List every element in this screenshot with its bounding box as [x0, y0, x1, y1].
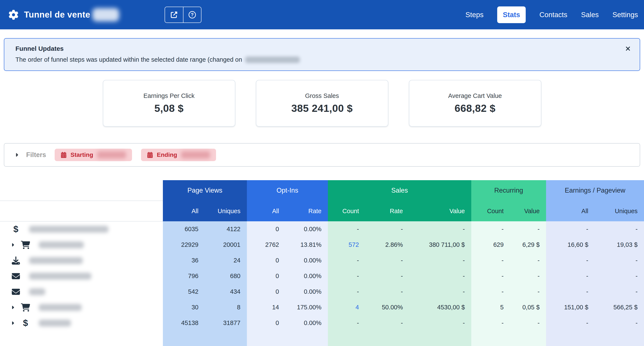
caret-right-icon[interactable] [11, 242, 14, 248]
cell: 0,05 $ [510, 300, 546, 315]
cell: - [595, 221, 644, 237]
col-recurring-count: Count [471, 201, 510, 221]
dollar-icon: $ [21, 318, 30, 328]
stat-label: Earnings Per Click [143, 92, 194, 100]
cell: 13.81% [286, 237, 328, 252]
funnel-step-label [0, 256, 156, 264]
starting-date-filter[interactable]: Starting [55, 149, 132, 161]
cell: - [546, 252, 595, 268]
cell: - [595, 268, 644, 284]
cell: - [510, 268, 546, 284]
sales-count-link[interactable]: 4 [328, 300, 366, 315]
cell: - [366, 315, 409, 331]
col-sales-rate: Rate [366, 201, 409, 221]
cell: 566,25 $ [595, 300, 644, 315]
tab-steps[interactable]: Steps [466, 11, 484, 19]
close-icon [625, 46, 631, 52]
tab-settings[interactable]: Settings [612, 11, 638, 19]
cell: - [595, 315, 644, 331]
cell: 6,29 $ [510, 237, 546, 252]
cell: 14 [247, 300, 286, 315]
cell: - [328, 252, 366, 268]
col-optins-all: All [247, 201, 286, 221]
alert-message: The order of funnel steps was updated wi… [16, 56, 620, 63]
alert-title: Funnel Updates [16, 45, 620, 52]
redacted-step-name [29, 288, 45, 295]
redacted-step-name [29, 257, 83, 264]
cell: 2762 [247, 237, 286, 252]
row-label-subheader [0, 201, 163, 221]
open-funnel-button[interactable] [165, 7, 183, 22]
col-earnings-all: All [546, 201, 595, 221]
col-sales-count: Count [328, 201, 366, 221]
alert-close-button[interactable] [624, 44, 632, 53]
tab-contacts[interactable]: Contacts [540, 11, 567, 19]
caret-right-icon[interactable] [11, 305, 14, 310]
nav-tabs: Steps Stats Contacts Sales Settings [466, 6, 638, 23]
cell: 20001 [205, 237, 247, 252]
cell: - [471, 284, 510, 300]
col-pageviews-uniques: Uniques [205, 201, 247, 221]
row-label-header [0, 180, 163, 201]
cell: 5 [471, 300, 510, 315]
envelope-icon [11, 288, 20, 296]
cell: - [546, 284, 595, 300]
tab-sales[interactable]: Sales [581, 11, 599, 19]
col-recurring-value: Value [510, 201, 546, 221]
cell: - [409, 268, 471, 284]
cell: 629 [471, 237, 510, 252]
stat-value: 668,82 $ [454, 102, 496, 114]
cell: 0 [247, 284, 286, 300]
cell: 2.86% [366, 237, 409, 252]
cell: 0 [247, 268, 286, 284]
cell: - [328, 221, 366, 237]
stat-label: Gross Sales [305, 92, 339, 100]
stat-value: 5,08 $ [154, 102, 184, 114]
col-earnings-uniques: Uniques [595, 201, 644, 221]
cell: 0.00% [286, 268, 328, 284]
help-button[interactable]: ? [183, 7, 201, 22]
cell: 30 [163, 300, 205, 315]
calendar-icon [147, 152, 153, 158]
funnel-step-label [0, 303, 156, 312]
cell: 0.00% [286, 221, 328, 237]
help-icon: ? [188, 11, 196, 18]
funnel-step-label [0, 241, 156, 249]
caret-right-icon[interactable] [14, 152, 19, 158]
cell: - [409, 315, 471, 331]
cell: 19,03 $ [595, 237, 644, 252]
cell: 22929 [163, 237, 205, 252]
cell: 16,60 $ [546, 237, 595, 252]
filters-bar: Filters Starting Ending [4, 143, 640, 167]
redacted-step-name [39, 320, 71, 326]
cell: 0.00% [286, 284, 328, 300]
cell: - [546, 315, 595, 331]
sales-count-link[interactable]: 572 [328, 237, 366, 252]
cell: - [546, 221, 595, 237]
group-opt-ins: Opt-Ins [247, 180, 328, 201]
cell: 542 [163, 284, 205, 300]
cell: - [409, 252, 471, 268]
cell: 6035 [163, 221, 205, 237]
cell: - [366, 252, 409, 268]
cell: 0 [247, 221, 286, 237]
group-earnings-pageview: Earnings / Pageview [546, 180, 644, 201]
cell: 434 [205, 284, 247, 300]
redacted-end-date [181, 151, 210, 158]
cell: - [328, 315, 366, 331]
tab-stats[interactable]: Stats [497, 6, 526, 23]
cell: - [471, 315, 510, 331]
ending-date-filter[interactable]: Ending [141, 149, 216, 161]
table-row: 30 8 14 175.00% 4 50.00% 4530,00 $ 5 0,0… [0, 300, 644, 315]
table-row: $ 6035 4122 0 0.00% - - - - - - - [0, 221, 644, 237]
cell: - [471, 221, 510, 237]
cell: 36 [163, 252, 205, 268]
cell: 175.00% [286, 300, 328, 315]
caret-right-icon[interactable] [11, 320, 14, 326]
col-optins-rate: Rate [286, 201, 328, 221]
cell: 0.00% [286, 315, 328, 331]
cell: - [510, 252, 546, 268]
funnel-step-label [0, 288, 156, 296]
dollar-icon: $ [11, 225, 20, 234]
stat-card-average-cart-value: Average Cart Value 668,82 $ [409, 80, 541, 126]
